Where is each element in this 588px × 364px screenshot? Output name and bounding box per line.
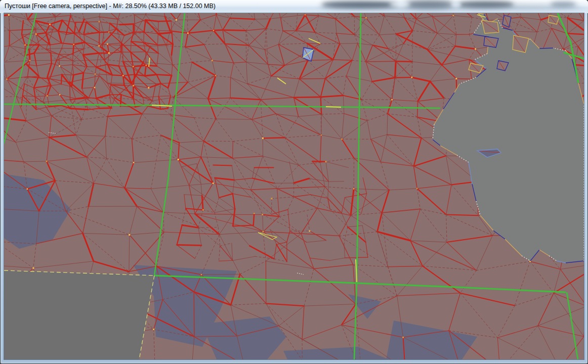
- viewport-3d[interactable]: [4, 13, 584, 359]
- titlebar-glass-smudge: [452, 2, 461, 8]
- window-title: Пустоши [Free camera, perspective] - M#:…: [5, 3, 216, 10]
- app-window: Пустоши [Free camera, perspective] - M#:…: [0, 0, 588, 364]
- titlebar-glass-smudge: [405, 0, 453, 8]
- window-resize-border-bottom[interactable]: [0, 359, 588, 364]
- window-resize-border-left[interactable]: [0, 13, 4, 359]
- title-bar[interactable]: Пустоши [Free camera, perspective] - M#:…: [0, 0, 588, 13]
- titlebar-glass-smudge: [322, 1, 398, 8]
- titlebar-glass-smudge: [458, 1, 514, 8]
- titlebar-glass-smudge: [551, 2, 576, 7]
- window-resize-border-right[interactable]: [584, 13, 588, 359]
- terrain-mesh-svg: [4, 13, 584, 359]
- titlebar-glass-smudge: [390, 1, 410, 7]
